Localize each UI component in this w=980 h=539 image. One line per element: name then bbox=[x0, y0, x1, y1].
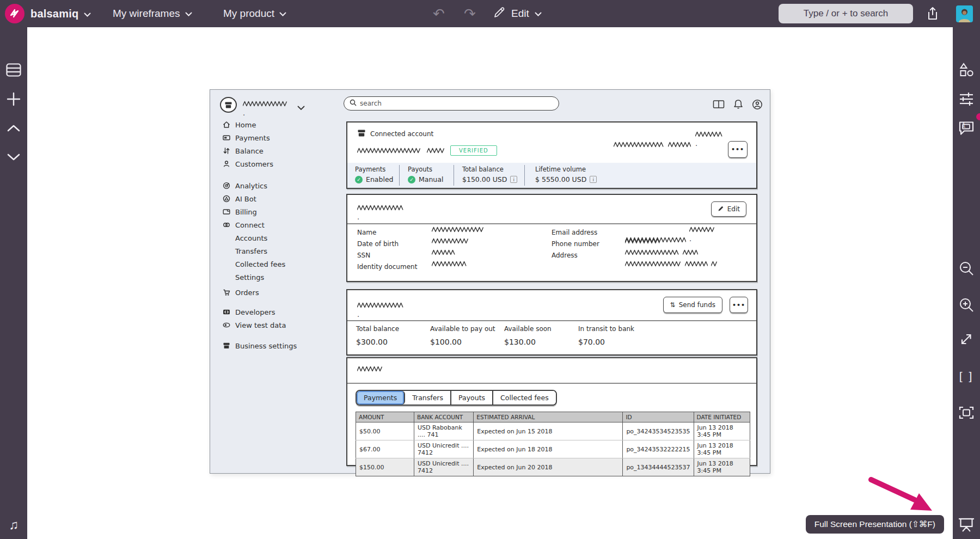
undo-button[interactable]: ↶ bbox=[433, 7, 445, 21]
wf-tab-transfers[interactable]: Transfers bbox=[405, 391, 451, 405]
next-page-button[interactable] bbox=[0, 146, 27, 168]
redo-button[interactable]: ↷ bbox=[464, 7, 476, 21]
wf-nav-analytics[interactable]: Analytics bbox=[222, 179, 338, 192]
placeholder-squiggle bbox=[711, 261, 718, 267]
wf-nav-accounts[interactable]: Accounts bbox=[222, 231, 338, 244]
placeholder-squiggle bbox=[432, 238, 469, 244]
wf-sidebar-nav: Home Payments Balance Customers Analytic… bbox=[222, 118, 338, 352]
check-icon: ✓ bbox=[355, 176, 363, 183]
ui-library-button[interactable] bbox=[953, 59, 980, 81]
more-options-button[interactable]: ••• bbox=[728, 141, 748, 158]
menu-my-wireframes[interactable]: My wireframes bbox=[113, 0, 192, 27]
balsamiq-logo-icon[interactable] bbox=[5, 4, 24, 23]
wf-connected-account-card: Connected account ••• VERIFIED Payments … bbox=[346, 121, 757, 189]
wf-nav-developers[interactable]: Developers bbox=[222, 305, 338, 318]
wf-nav-customers[interactable]: Customers bbox=[222, 157, 338, 170]
focus-frame-button[interactable] bbox=[953, 402, 980, 424]
wf-brand-placeholder bbox=[243, 101, 287, 118]
chevron-down-icon bbox=[297, 102, 305, 113]
wf-nav-orders[interactable]: Orders bbox=[222, 286, 338, 299]
edit-mode-menu[interactable]: Edit bbox=[493, 0, 542, 27]
music-icon[interactable]: ♫ bbox=[0, 514, 27, 536]
wf-search-input[interactable]: search bbox=[344, 96, 559, 111]
wf-payouts-table: AMOUNT BANK ACCOUNT ESTIMATED ARRIVAL ID… bbox=[356, 412, 750, 476]
user-avatar[interactable] bbox=[956, 5, 973, 22]
card-icon bbox=[222, 134, 230, 142]
zoom-out-button[interactable] bbox=[953, 258, 980, 279]
cart-icon bbox=[222, 289, 230, 296]
placeholder-squiggle bbox=[357, 302, 403, 319]
wf-nav-billing[interactable]: Billing bbox=[222, 205, 338, 218]
chevron-down-icon bbox=[185, 8, 192, 20]
table-row[interactable]: $150.00 USD Unicredit .... 7412 Expected… bbox=[356, 458, 750, 476]
link-icon bbox=[222, 221, 230, 229]
divider bbox=[347, 320, 756, 321]
ai-bot-icon bbox=[222, 195, 230, 203]
actual-size-button[interactable]: [ ] bbox=[953, 365, 980, 387]
menu-my-product[interactable]: My product bbox=[223, 0, 286, 27]
wf-nav-home[interactable]: Home bbox=[222, 118, 338, 131]
wf-nav-view-test-data[interactable]: View test data bbox=[222, 318, 338, 332]
bell-icon[interactable] bbox=[732, 99, 744, 113]
person-icon bbox=[222, 160, 230, 168]
wf-edit-button[interactable]: Edit bbox=[711, 201, 746, 217]
properties-panel-button[interactable] bbox=[953, 88, 980, 110]
wf-nav-payments[interactable]: Payments bbox=[222, 131, 338, 144]
pencil-icon bbox=[718, 205, 724, 213]
zoom-in-button[interactable] bbox=[953, 294, 980, 316]
placeholder-squiggle bbox=[625, 238, 660, 244]
docs-book-icon[interactable] bbox=[712, 99, 725, 113]
top-toolbar: balsamiq My wireframes My product ↶ ↷ Ed… bbox=[0, 0, 980, 27]
balsamiq-app-window: balsamiq My wireframes My product ↶ ↷ Ed… bbox=[0, 0, 980, 539]
wf-send-funds-button[interactable]: ⇅ Send funds bbox=[663, 297, 722, 313]
share-button[interactable] bbox=[926, 6, 940, 23]
wf-nav-balance[interactable]: Balance bbox=[222, 144, 338, 157]
box-icon bbox=[357, 129, 366, 139]
table-row[interactable]: $50.00 USD Rabobank .... 741 Expected on… bbox=[356, 422, 750, 440]
wf-nav-ai-bot[interactable]: AI Bot bbox=[222, 192, 338, 205]
wf-tab-collected-fees[interactable]: Collected fees bbox=[493, 391, 556, 405]
comments-panel-button[interactable]: 1 bbox=[953, 117, 980, 139]
quick-search-input[interactable]: Type / or + to search bbox=[779, 4, 913, 23]
code-icon bbox=[222, 308, 230, 316]
placeholder-squiggle bbox=[685, 261, 708, 267]
wf-verified-badge: VERIFIED bbox=[450, 145, 497, 156]
wf-nav-settings[interactable]: Settings bbox=[222, 271, 338, 284]
divider bbox=[347, 383, 756, 384]
info-icon[interactable]: i bbox=[510, 176, 517, 183]
chevron-down-icon bbox=[84, 8, 91, 20]
add-page-button[interactable] bbox=[0, 88, 27, 110]
wf-payouts-card: Payments Transfers Payouts Collected fee… bbox=[346, 357, 757, 466]
wireframe-mockup[interactable]: search Home Payments bbox=[210, 89, 770, 474]
placeholder-squiggle bbox=[357, 205, 403, 222]
info-icon[interactable]: i bbox=[590, 176, 597, 183]
right-toolbar: 1 [ ] bbox=[953, 27, 980, 539]
wf-tab-bar: Payments Transfers Payouts Collected fee… bbox=[356, 390, 557, 406]
wf-nav-business-settings[interactable]: Business settings bbox=[222, 339, 338, 352]
placeholder-squiggle bbox=[357, 148, 421, 154]
previous-page-button[interactable] bbox=[0, 117, 27, 139]
wf-nav-connect[interactable]: Connect bbox=[222, 218, 338, 231]
redo-icon: ↷ bbox=[464, 5, 476, 22]
wf-nav-transfers[interactable]: Transfers bbox=[222, 244, 338, 258]
wf-account-stats-band: Payments ✓Enabled Payouts ✓Manual Total … bbox=[347, 163, 756, 188]
presentation-mode-button[interactable] bbox=[953, 514, 980, 536]
undo-icon: ↶ bbox=[433, 5, 445, 22]
pages-panel-button[interactable] bbox=[0, 59, 27, 81]
wf-balances-card: ⇅ Send funds ••• Total balance$300.00 Av… bbox=[346, 289, 757, 356]
up-down-arrows-icon: ⇅ bbox=[670, 301, 676, 309]
account-icon[interactable] bbox=[751, 99, 763, 113]
brand-menu[interactable]: balsamiq bbox=[30, 0, 91, 27]
placeholder-squiggle bbox=[432, 261, 468, 267]
eye-icon bbox=[222, 321, 230, 329]
table-row[interactable]: $67.00 USD Unicredit .... 7412 Expected … bbox=[356, 440, 750, 458]
wf-tab-payouts[interactable]: Payouts bbox=[451, 391, 493, 405]
transfer-arrows-icon bbox=[222, 147, 230, 155]
more-options-button[interactable]: ••• bbox=[730, 297, 748, 313]
wf-nav-collected-fees[interactable]: Collected fees bbox=[222, 258, 338, 271]
wf-tab-payments[interactable]: Payments bbox=[357, 391, 405, 405]
search-icon bbox=[350, 99, 357, 108]
placeholder-squiggle bbox=[689, 226, 715, 243]
annotation-arrow bbox=[865, 477, 946, 523]
zoom-to-fit-button[interactable] bbox=[953, 328, 980, 350]
